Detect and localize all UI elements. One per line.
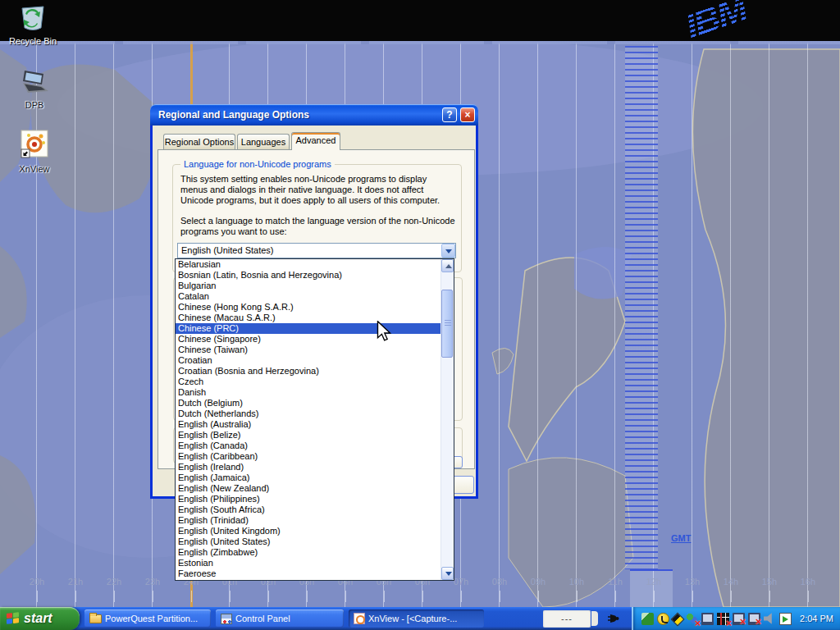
list-item[interactable]: Chinese (Hong Kong S.A.R.)	[176, 302, 441, 313]
hour-label: 20h	[23, 577, 51, 587]
list-item[interactable]: English (Caribbean)	[176, 451, 441, 462]
hour-tick	[230, 591, 231, 602]
list-scrollbar[interactable]	[441, 259, 454, 580]
plug-icon[interactable]	[606, 613, 620, 624]
network-icon[interactable]	[701, 613, 714, 625]
start-button[interactable]: start	[0, 607, 80, 630]
list-item[interactable]: English (Belize)	[176, 430, 441, 441]
hour-tick	[75, 591, 76, 602]
list-item[interactable]: English (Zimbabwe)	[176, 547, 441, 558]
current-timezone-highlight	[630, 569, 673, 607]
network-error-icon[interactable]	[733, 613, 745, 625]
list-item[interactable]: Croatian (Bosnia and Herzegovina)	[176, 366, 441, 377]
dialog-title: Regional and Language Options	[150, 109, 442, 121]
list-item[interactable]: Dutch (Netherlands)	[176, 409, 441, 419]
list-item[interactable]: Danish	[176, 387, 441, 398]
dialog-titlebar[interactable]: Regional and Language Options ? ×	[150, 104, 478, 126]
monitor-flag-icon[interactable]	[779, 613, 792, 625]
list-item[interactable]: Chinese (Singapore)	[176, 334, 441, 345]
desktop-icon-dpb[interactable]: DPB	[8, 69, 61, 110]
close-button[interactable]: ×	[460, 107, 475, 122]
list-item[interactable]: English (Jamaica)	[176, 472, 441, 483]
hour-label: 21h	[62, 577, 89, 587]
list-item[interactable]: Catalan	[176, 291, 441, 302]
hour-tick	[615, 591, 616, 602]
icon-label: DPB	[8, 100, 61, 110]
list-item[interactable]: English (New Zealand)	[176, 483, 441, 494]
icon-label: XnView	[8, 164, 61, 174]
hour-tick	[538, 591, 539, 602]
list-item[interactable]: Dutch (Belgium)	[176, 398, 441, 409]
list-item[interactable]: Czech	[176, 377, 441, 387]
language-list[interactable]: BelarusianBosnian (Latin, Bosnia and Her…	[175, 258, 454, 581]
desktop-icon-recycle-bin[interactable]: Recycle Bin	[7, 3, 59, 46]
phone-icon[interactable]	[657, 613, 669, 625]
list-item[interactable]: Estonian	[176, 558, 441, 568]
scrollbar-track[interactable]	[441, 272, 454, 567]
language-combobox[interactable]: English (United States)	[177, 243, 456, 258]
list-item[interactable]: Croatian	[176, 355, 441, 366]
hour-label: 22h	[100, 577, 128, 587]
hour-tick	[654, 591, 655, 602]
toolbar-nub[interactable]	[591, 611, 598, 626]
taskbar-toolbar-button[interactable]: ---	[543, 610, 591, 628]
hour-tick	[345, 591, 346, 602]
hour-tick	[500, 591, 500, 602]
power-meter-icon[interactable]	[671, 613, 685, 627]
tab-languages[interactable]: Languages	[237, 134, 290, 149]
scrollbar-thumb[interactable]	[441, 290, 453, 358]
hour-tick	[422, 591, 423, 602]
strip-edge-decor	[0, 41, 840, 44]
chevron-down-icon	[445, 249, 452, 253]
list-item[interactable]: Chinese (Macau S.A.R.)	[176, 313, 441, 323]
tab-regional-options[interactable]: Regional Options	[163, 134, 235, 149]
language-list-items: BelarusianBosnian (Latin, Bosnia and Her…	[176, 259, 441, 580]
scroll-down-button[interactable]	[441, 567, 454, 580]
taskbar-clock[interactable]: 2:04 PM	[795, 614, 833, 623]
list-item[interactable]: English (Philippines)	[176, 494, 441, 504]
list-item[interactable]: English (Ireland)	[176, 462, 441, 472]
list-item[interactable]: Chinese (PRC)	[176, 323, 441, 334]
hour-label: 12h	[640, 577, 668, 587]
combobox-dropdown-button[interactable]	[441, 244, 455, 258]
hour-label: 13h	[678, 577, 706, 587]
users-offline-icon[interactable]	[686, 613, 698, 625]
task-button-label: PowerQuest Partition...	[105, 614, 198, 623]
list-item[interactable]: English (United States)	[176, 536, 441, 547]
taskbar-button-xnview[interactable]: XnView - [<Capture-...	[349, 609, 484, 628]
taskbar-button-control-panel[interactable]: Control Panel	[216, 609, 344, 628]
hour-tick	[461, 591, 462, 602]
hour-tick	[268, 591, 269, 602]
combobox-value: English (United States)	[178, 244, 441, 258]
taskbar-button-powerquest[interactable]: PowerQuest Partition...	[84, 609, 211, 628]
desktop-icon-xnview[interactable]: XnView	[8, 130, 61, 174]
hour-tick	[577, 591, 578, 602]
hour-tick	[769, 591, 770, 602]
list-item[interactable]: English (Trinidad)	[176, 515, 441, 526]
list-item[interactable]: Faeroese	[176, 568, 441, 579]
hour-tick	[384, 591, 385, 602]
scroll-up-button[interactable]	[441, 259, 454, 272]
hour-tick	[692, 591, 693, 602]
scroll-down-icon	[445, 572, 452, 576]
select-language-prompt: Select a language to match the language …	[180, 216, 455, 237]
list-item[interactable]: English (United Kingdom)	[176, 526, 441, 536]
hour-label: 10h	[563, 577, 591, 587]
list-item[interactable]: Belarusian	[176, 259, 441, 270]
folder-icon	[89, 614, 102, 623]
connection-error-icon[interactable]	[748, 613, 760, 625]
list-item[interactable]: Chinese (Taiwan)	[176, 345, 441, 355]
tab-advanced[interactable]: Advanced	[291, 132, 340, 150]
task-button-label: Control Panel	[235, 614, 290, 623]
display-adapter-icon[interactable]	[717, 613, 729, 625]
list-item[interactable]: English (South Africa)	[176, 504, 441, 515]
safely-remove-icon[interactable]	[641, 613, 654, 625]
apply-button-sliver[interactable]	[451, 476, 474, 494]
volume-icon[interactable]	[764, 613, 776, 625]
hour-label: 23h	[139, 577, 167, 587]
list-item[interactable]: Bulgarian	[176, 281, 441, 291]
list-item[interactable]: English (Australia)	[176, 419, 441, 430]
list-item[interactable]: Bosnian (Latin, Bosnia and Herzegovina)	[176, 270, 441, 281]
help-button[interactable]: ?	[442, 107, 457, 122]
list-item[interactable]: English (Canada)	[176, 441, 441, 451]
